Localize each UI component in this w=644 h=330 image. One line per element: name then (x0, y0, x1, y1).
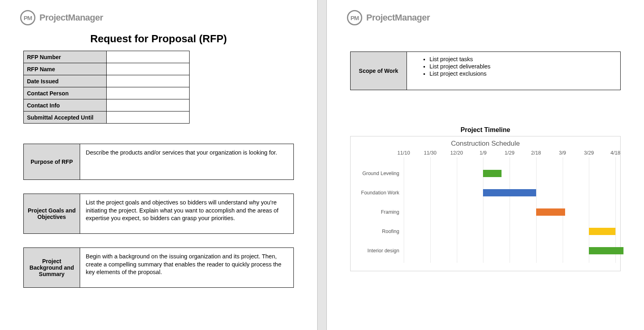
gantt-bar (483, 189, 536, 196)
gantt-bar (589, 228, 615, 235)
info-row-label: RFP Name (24, 63, 107, 75)
info-row-label: Contact Info (24, 99, 107, 111)
gantt-bar (483, 170, 502, 177)
rfp-info-table: RFP NumberRFP NameDate IssuedContact Per… (23, 51, 190, 124)
info-row-value[interactable] (106, 63, 189, 75)
x-tick-label: 3/9 (559, 150, 566, 156)
task-label: Roofing (355, 229, 402, 234)
gridline (430, 157, 431, 263)
x-tick-label: 1/29 (505, 150, 514, 156)
section-box: Project Goals and ObjectivesList the pro… (23, 194, 294, 234)
info-row-label: Date Issued (24, 75, 107, 87)
task-label: Foundation Work (355, 190, 402, 196)
task-label: Interior design (355, 248, 402, 254)
gantt-chart: Construction Schedule 11/1011/3012/201/9… (350, 136, 621, 271)
x-tick-label: 1/9 (480, 150, 487, 156)
brand-header: PM ProjectManager (347, 10, 624, 25)
section-label: Purpose of RFP (24, 144, 80, 179)
gridline (457, 157, 457, 263)
logo-icon: PM (20, 10, 35, 25)
task-label: Ground Leveling (355, 171, 402, 176)
info-row-label: Contact Person (24, 87, 107, 99)
x-tick-label: 3/29 (584, 150, 594, 156)
info-row: Submittal Accepted Until (24, 111, 190, 124)
x-tick-label: 11/30 (424, 150, 436, 156)
x-tick-label: 4/18 (611, 150, 620, 156)
info-row: Contact Person (24, 87, 190, 99)
section-label: Project Background and Summary (24, 248, 80, 287)
task-label: Framing (355, 209, 402, 215)
chart-title: Construction Schedule (355, 140, 615, 148)
brand-name: ProjectManager (366, 12, 430, 23)
info-row: RFP Number (24, 51, 190, 63)
info-row-value[interactable] (106, 111, 189, 124)
section-label: Project Goals and Objectives (24, 194, 80, 233)
info-row-value[interactable] (106, 51, 189, 63)
info-row-value[interactable] (106, 87, 189, 99)
gridline (510, 157, 510, 263)
scope-label: Scope of Work (351, 52, 407, 90)
gantt-plot-area: 11/1011/3012/201/91/292/183/93/294/18 Gr… (355, 150, 615, 263)
scope-item: List project tasks (429, 56, 620, 62)
gantt-bar (589, 247, 623, 254)
info-row: Contact Info (24, 99, 190, 111)
info-row-value[interactable] (106, 99, 189, 111)
gantt-bar (536, 208, 565, 216)
section-body: List the project goals and objectives so… (80, 194, 293, 233)
x-tick-label: 2/18 (531, 150, 541, 156)
page-1: PM ProjectManager Request for Proposal (… (0, 0, 317, 330)
section-box: Project Background and SummaryBegin with… (23, 248, 294, 288)
scope-item: List project deliverables (429, 63, 620, 70)
scope-body: List project tasksList project deliverab… (407, 52, 620, 90)
scope-of-work-box: Scope of Work List project tasksList pro… (350, 52, 621, 90)
info-row: Date Issued (24, 75, 190, 87)
info-row: RFP Name (24, 63, 190, 75)
info-row-label: RFP Number (24, 51, 107, 63)
scope-item: List project exclusions (429, 70, 620, 77)
page-2: PM ProjectManager Scope of Work List pro… (327, 0, 644, 330)
brand-name: ProjectManager (39, 12, 103, 23)
info-row-value[interactable] (106, 75, 189, 87)
logo-icon: PM (347, 10, 362, 25)
gridline (404, 157, 404, 263)
info-row-label: Submittal Accepted Until (24, 111, 107, 124)
page-divider (317, 0, 327, 330)
brand-header: PM ProjectManager (20, 10, 297, 25)
section-body: Describe the products and/or services th… (80, 144, 293, 179)
x-tick-label: 12/20 (450, 150, 463, 156)
section-body: Begin with a background on the issuing o… (80, 248, 293, 287)
chart-heading: Project Timeline (347, 126, 624, 134)
document-title: Request for Proposal (RFP) (20, 33, 297, 45)
section-box: Purpose of RFPDescribe the products and/… (23, 144, 294, 180)
x-tick-label: 11/10 (397, 150, 410, 156)
